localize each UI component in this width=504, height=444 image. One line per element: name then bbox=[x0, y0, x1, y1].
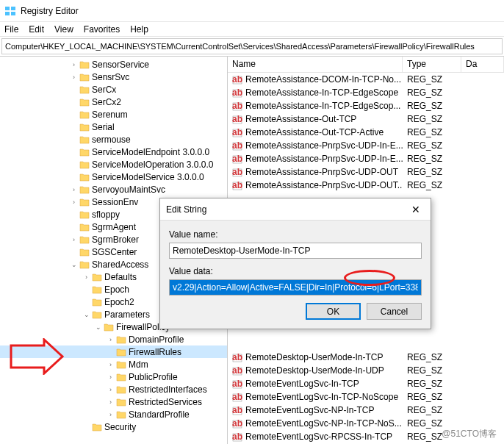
list-row[interactable]: abRemoteEventLogSvc-NP-In-TCPREG_SZ bbox=[228, 404, 504, 417]
list-row[interactable]: abRemoteAssistance-PnrpSvc-UDP-In-E...RE… bbox=[228, 152, 504, 165]
list-row[interactable]: abRemoteDesktop-UserMode-In-UDPREG_SZ bbox=[228, 364, 504, 377]
list-header: Name Type Da bbox=[228, 57, 504, 73]
col-type[interactable]: Type bbox=[403, 57, 461, 72]
chevron-right-icon[interactable]: › bbox=[107, 373, 115, 381]
chevron-right-icon bbox=[70, 248, 78, 256]
close-icon[interactable]: ✕ bbox=[407, 201, 425, 218]
cell-name: abRemoteAssistance-DCOM-In-TCP-No... bbox=[228, 74, 403, 85]
list-row[interactable]: abRemoteDesktop-UserMode-In-TCPREG_SZ bbox=[228, 351, 504, 364]
chevron-down-icon[interactable]: ⌄ bbox=[70, 260, 78, 268]
tree-item[interactable]: Security bbox=[0, 420, 227, 433]
string-value-icon: ab bbox=[232, 365, 242, 376]
tree-item[interactable]: ›RestrictedServices bbox=[0, 395, 227, 408]
tree-item[interactable]: sermouse bbox=[0, 133, 227, 146]
dialog-titlebar[interactable]: Edit String ✕ bbox=[160, 198, 431, 221]
list-row[interactable]: abRemoteEventLogSvc-In-TCP-NoScopeREG_SZ bbox=[228, 390, 504, 404]
cell-name: abRemoteAssistance-PnrpSvc-UDP-In-E... bbox=[228, 154, 403, 164]
tree-item[interactable]: ›ServoyouMaintSvc bbox=[0, 183, 227, 196]
cell-type: REG_SZ bbox=[403, 101, 461, 111]
app-icon bbox=[4, 5, 16, 17]
folder-icon bbox=[79, 110, 90, 119]
tree-item[interactable]: ServiceModelService 3.0.0.0 bbox=[0, 171, 227, 183]
list-row[interactable]: abRemoteAssistance-PnrpSvc-UDP-OUTREG_SZ bbox=[228, 165, 504, 179]
chevron-right-icon bbox=[82, 298, 90, 306]
tree-item[interactable]: Serenum bbox=[0, 108, 227, 121]
folder-icon bbox=[92, 285, 102, 294]
string-value-icon: ab bbox=[232, 167, 242, 177]
ok-button[interactable]: OK bbox=[306, 303, 361, 320]
string-value-icon: ab bbox=[232, 101, 242, 111]
folder-icon bbox=[92, 298, 102, 307]
chevron-down-icon[interactable]: ⌄ bbox=[82, 310, 90, 318]
menu-favorites[interactable]: Favorites bbox=[84, 24, 120, 35]
menu-file[interactable]: File bbox=[4, 24, 18, 35]
chevron-down-icon[interactable]: ⌄ bbox=[94, 323, 102, 331]
chevron-right-icon[interactable]: › bbox=[70, 235, 78, 243]
tree-item[interactable]: SerCx bbox=[0, 83, 227, 96]
string-value-icon: ab bbox=[232, 127, 242, 137]
chevron-right-icon[interactable]: › bbox=[107, 410, 115, 418]
list-row[interactable]: abRemoteAssistance-In-TCP-EdgeScop...REG… bbox=[228, 99, 504, 112]
tree-item[interactable]: ›PublicProfile bbox=[0, 370, 227, 383]
tree-label: FirewallRules bbox=[129, 347, 181, 357]
tree-item[interactable]: ›SensorService bbox=[0, 58, 227, 71]
chevron-right-icon[interactable]: › bbox=[107, 398, 115, 406]
tree-label: ServiceModelOperation 3.0.0.0 bbox=[92, 160, 213, 170]
menu-help[interactable]: Help bbox=[130, 24, 148, 35]
string-value-icon: ab bbox=[232, 87, 242, 98]
list-row[interactable]: abRemoteEventLogSvc-In-TCPREG_SZ bbox=[228, 377, 504, 390]
cell-type: REG_SZ bbox=[403, 87, 461, 98]
folder-icon bbox=[116, 373, 126, 382]
chevron-right-icon[interactable]: › bbox=[70, 198, 78, 206]
list-row[interactable]: abRemoteAssistance-Out-TCPREG_SZ bbox=[228, 112, 504, 126]
tree-item[interactable]: ServiceModelEndpoint 3.0.0.0 bbox=[0, 146, 227, 158]
tree-item[interactable]: FirewallRules bbox=[0, 345, 227, 358]
chevron-right-icon[interactable]: › bbox=[82, 273, 90, 281]
folder-icon bbox=[92, 310, 102, 319]
chevron-right-icon bbox=[70, 210, 78, 218]
tree-item[interactable]: ›RestrictedInterfaces bbox=[0, 383, 227, 395]
list-row[interactable]: abRemoteAssistance-DCOM-In-TCP-No...REG_… bbox=[228, 73, 504, 86]
titlebar: Registry Editor bbox=[0, 0, 504, 22]
value-data-input[interactable] bbox=[169, 279, 422, 296]
tree-item[interactable]: ›SensrSvc bbox=[0, 71, 227, 83]
folder-icon bbox=[79, 185, 90, 194]
value-name-input[interactable] bbox=[169, 243, 422, 259]
addressbar[interactable]: Computer\HKEY_LOCAL_MACHINE\SYSTEM\Curre… bbox=[1, 38, 503, 54]
chevron-right-icon bbox=[82, 423, 90, 431]
tree-label: sfloppy bbox=[92, 210, 120, 220]
tree-item[interactable]: ›StandardProfile bbox=[0, 408, 227, 420]
tree-item[interactable]: Serial bbox=[0, 121, 227, 133]
folder-icon bbox=[79, 248, 90, 257]
chevron-right-icon[interactable]: › bbox=[107, 360, 115, 368]
chevron-right-icon bbox=[70, 110, 78, 118]
list-row[interactable]: abRemoteAssistance-PnrpSvc-UDP-OUT...REG… bbox=[228, 179, 504, 192]
tree-label: Serenum bbox=[92, 110, 128, 120]
col-name[interactable]: Name bbox=[228, 57, 403, 72]
cancel-button[interactable]: Cancel bbox=[367, 303, 422, 320]
cell-type: REG_SZ bbox=[403, 114, 461, 124]
chevron-right-icon[interactable]: › bbox=[70, 73, 78, 81]
col-data[interactable]: Da bbox=[461, 57, 504, 72]
string-value-icon: ab bbox=[232, 432, 242, 442]
chevron-right-icon[interactable]: › bbox=[107, 335, 115, 343]
chevron-right-icon[interactable]: › bbox=[70, 60, 78, 68]
svg-text:ab: ab bbox=[232, 392, 242, 402]
folder-icon bbox=[116, 385, 126, 394]
chevron-right-icon[interactable]: › bbox=[107, 385, 115, 393]
tree-item[interactable]: ›DomainProfile bbox=[0, 333, 227, 345]
tree-item[interactable]: ServiceModelOperation 3.0.0.0 bbox=[0, 158, 227, 171]
menu-edit[interactable]: Edit bbox=[29, 24, 44, 35]
menu-view[interactable]: View bbox=[54, 24, 73, 35]
tree-item[interactable]: SerCx2 bbox=[0, 96, 227, 108]
chevron-right-icon[interactable]: › bbox=[70, 185, 78, 193]
cell-name: abRemoteAssistance-PnrpSvc-UDP-In-E... bbox=[228, 140, 403, 151]
svg-text:ab: ab bbox=[232, 101, 242, 111]
tree-label: Serial bbox=[92, 122, 115, 132]
tree-item[interactable]: ›Mdm bbox=[0, 358, 227, 370]
folder-icon bbox=[79, 85, 90, 94]
list-row[interactable]: abRemoteAssistance-Out-TCP-ActiveREG_SZ bbox=[228, 126, 504, 139]
list-row[interactable]: abRemoteAssistance-PnrpSvc-UDP-In-E...RE… bbox=[228, 139, 504, 152]
list-row[interactable]: abRemoteAssistance-In-TCP-EdgeScopeREG_S… bbox=[228, 86, 504, 99]
string-value-icon: ab bbox=[232, 418, 242, 429]
